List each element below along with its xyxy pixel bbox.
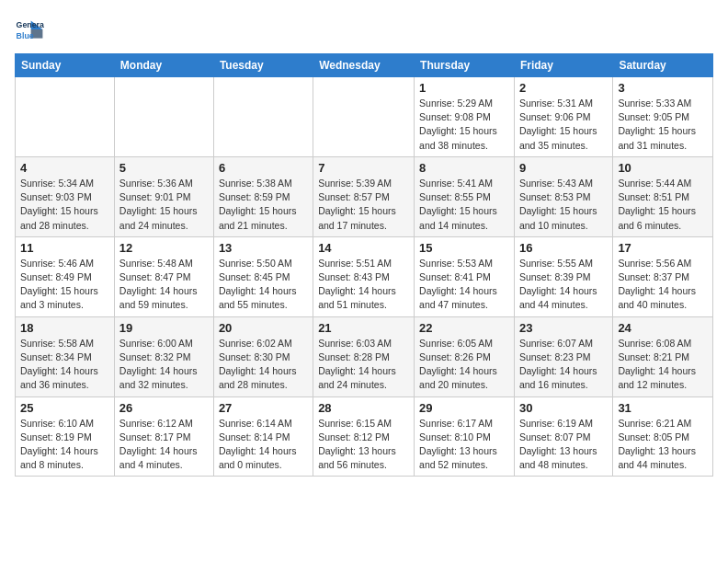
calendar-cell: 9Sunrise: 5:43 AM Sunset: 8:53 PM Daylig… bbox=[514, 156, 612, 236]
day-info: Sunrise: 5:31 AM Sunset: 9:06 PM Dayligh… bbox=[519, 97, 608, 153]
day-number: 21 bbox=[318, 321, 409, 335]
day-info: Sunrise: 5:36 AM Sunset: 9:01 PM Dayligh… bbox=[119, 177, 209, 233]
day-info: Sunrise: 5:29 AM Sunset: 9:08 PM Dayligh… bbox=[419, 97, 509, 153]
day-info: Sunrise: 5:39 AM Sunset: 8:57 PM Dayligh… bbox=[318, 177, 409, 233]
header-row: SundayMondayTuesdayWednesdayThursdayFrid… bbox=[16, 54, 713, 77]
calendar: SundayMondayTuesdayWednesdayThursdayFrid… bbox=[15, 53, 713, 477]
day-number: 27 bbox=[219, 401, 308, 415]
calendar-cell: 4Sunrise: 5:34 AM Sunset: 9:03 PM Daylig… bbox=[16, 156, 115, 236]
calendar-week: 25Sunrise: 6:10 AM Sunset: 8:19 PM Dayli… bbox=[16, 396, 713, 477]
calendar-cell bbox=[213, 77, 313, 157]
day-info: Sunrise: 6:12 AM Sunset: 8:17 PM Dayligh… bbox=[119, 417, 209, 473]
calendar-cell: 21Sunrise: 6:03 AM Sunset: 8:28 PM Dayli… bbox=[313, 316, 415, 396]
day-info: Sunrise: 6:00 AM Sunset: 8:32 PM Dayligh… bbox=[119, 337, 209, 393]
calendar-cell bbox=[114, 77, 213, 157]
day-info: Sunrise: 5:51 AM Sunset: 8:43 PM Dayligh… bbox=[318, 257, 409, 313]
day-info: Sunrise: 5:38 AM Sunset: 8:59 PM Dayligh… bbox=[219, 177, 308, 233]
header-day: Tuesday bbox=[213, 54, 313, 77]
day-number: 24 bbox=[618, 321, 708, 335]
day-number: 15 bbox=[419, 241, 509, 255]
day-info: Sunrise: 6:14 AM Sunset: 8:14 PM Dayligh… bbox=[219, 417, 308, 473]
day-info: Sunrise: 6:03 AM Sunset: 8:28 PM Dayligh… bbox=[318, 337, 409, 393]
day-number: 4 bbox=[20, 161, 109, 175]
day-info: Sunrise: 5:34 AM Sunset: 9:03 PM Dayligh… bbox=[20, 177, 109, 233]
day-info: Sunrise: 6:02 AM Sunset: 8:30 PM Dayligh… bbox=[219, 337, 308, 393]
calendar-cell: 17Sunrise: 5:56 AM Sunset: 8:37 PM Dayli… bbox=[613, 236, 713, 316]
calendar-cell: 6Sunrise: 5:38 AM Sunset: 8:59 PM Daylig… bbox=[213, 156, 313, 236]
calendar-cell: 20Sunrise: 6:02 AM Sunset: 8:30 PM Dayli… bbox=[213, 316, 313, 396]
calendar-week: 1Sunrise: 5:29 AM Sunset: 9:08 PM Daylig… bbox=[16, 77, 713, 157]
calendar-cell: 5Sunrise: 5:36 AM Sunset: 9:01 PM Daylig… bbox=[114, 156, 213, 236]
day-info: Sunrise: 5:48 AM Sunset: 8:47 PM Dayligh… bbox=[119, 257, 209, 313]
day-info: Sunrise: 5:56 AM Sunset: 8:37 PM Dayligh… bbox=[618, 257, 708, 313]
day-number: 22 bbox=[419, 321, 509, 335]
calendar-cell: 3Sunrise: 5:33 AM Sunset: 9:05 PM Daylig… bbox=[613, 77, 713, 157]
day-info: Sunrise: 6:05 AM Sunset: 8:26 PM Dayligh… bbox=[419, 337, 509, 393]
calendar-cell: 30Sunrise: 6:19 AM Sunset: 8:07 PM Dayli… bbox=[514, 396, 612, 477]
day-number: 16 bbox=[519, 241, 608, 255]
calendar-cell: 13Sunrise: 5:50 AM Sunset: 8:45 PM Dayli… bbox=[213, 236, 313, 316]
calendar-cell: 23Sunrise: 6:07 AM Sunset: 8:23 PM Dayli… bbox=[514, 316, 612, 396]
logo: General Blue bbox=[15, 15, 44, 44]
header-day: Sunday bbox=[16, 54, 115, 77]
header-day: Saturday bbox=[613, 54, 713, 77]
day-info: Sunrise: 5:50 AM Sunset: 8:45 PM Dayligh… bbox=[219, 257, 308, 313]
calendar-cell: 12Sunrise: 5:48 AM Sunset: 8:47 PM Dayli… bbox=[114, 236, 213, 316]
day-number: 3 bbox=[618, 81, 708, 95]
calendar-cell: 11Sunrise: 5:46 AM Sunset: 8:49 PM Dayli… bbox=[16, 236, 115, 316]
calendar-cell: 27Sunrise: 6:14 AM Sunset: 8:14 PM Dayli… bbox=[213, 396, 313, 477]
day-info: Sunrise: 5:46 AM Sunset: 8:49 PM Dayligh… bbox=[20, 257, 109, 313]
day-number: 30 bbox=[519, 401, 608, 415]
calendar-cell: 1Sunrise: 5:29 AM Sunset: 9:08 PM Daylig… bbox=[415, 77, 515, 157]
day-number: 18 bbox=[20, 321, 109, 335]
day-number: 26 bbox=[119, 401, 209, 415]
day-info: Sunrise: 5:58 AM Sunset: 8:34 PM Dayligh… bbox=[20, 337, 109, 393]
day-info: Sunrise: 6:21 AM Sunset: 8:05 PM Dayligh… bbox=[618, 417, 708, 473]
day-number: 7 bbox=[318, 161, 409, 175]
day-info: Sunrise: 6:07 AM Sunset: 8:23 PM Dayligh… bbox=[519, 337, 608, 393]
day-number: 23 bbox=[519, 321, 608, 335]
day-info: Sunrise: 6:19 AM Sunset: 8:07 PM Dayligh… bbox=[519, 417, 608, 473]
day-number: 13 bbox=[219, 241, 308, 255]
calendar-cell: 7Sunrise: 5:39 AM Sunset: 8:57 PM Daylig… bbox=[313, 156, 415, 236]
day-number: 20 bbox=[219, 321, 308, 335]
calendar-cell: 14Sunrise: 5:51 AM Sunset: 8:43 PM Dayli… bbox=[313, 236, 415, 316]
day-info: Sunrise: 6:10 AM Sunset: 8:19 PM Dayligh… bbox=[20, 417, 109, 473]
day-info: Sunrise: 5:33 AM Sunset: 9:05 PM Dayligh… bbox=[618, 97, 708, 153]
calendar-cell: 29Sunrise: 6:17 AM Sunset: 8:10 PM Dayli… bbox=[415, 396, 515, 477]
day-number: 5 bbox=[119, 161, 209, 175]
day-number: 17 bbox=[618, 241, 708, 255]
header-day: Friday bbox=[514, 54, 612, 77]
day-number: 19 bbox=[119, 321, 209, 335]
svg-text:Blue: Blue bbox=[17, 31, 34, 40]
page-header: General Blue bbox=[15, 15, 713, 44]
calendar-cell: 26Sunrise: 6:12 AM Sunset: 8:17 PM Dayli… bbox=[114, 396, 213, 477]
day-number: 31 bbox=[618, 401, 708, 415]
calendar-header: SundayMondayTuesdayWednesdayThursdayFrid… bbox=[16, 54, 713, 77]
calendar-cell: 25Sunrise: 6:10 AM Sunset: 8:19 PM Dayli… bbox=[16, 396, 115, 477]
calendar-cell: 18Sunrise: 5:58 AM Sunset: 8:34 PM Dayli… bbox=[16, 316, 115, 396]
calendar-cell: 10Sunrise: 5:44 AM Sunset: 8:51 PM Dayli… bbox=[613, 156, 713, 236]
day-number: 8 bbox=[419, 161, 509, 175]
day-info: Sunrise: 5:55 AM Sunset: 8:39 PM Dayligh… bbox=[519, 257, 608, 313]
calendar-cell: 31Sunrise: 6:21 AM Sunset: 8:05 PM Dayli… bbox=[613, 396, 713, 477]
logo-icon: General Blue bbox=[15, 15, 44, 44]
day-info: Sunrise: 6:15 AM Sunset: 8:12 PM Dayligh… bbox=[318, 417, 409, 473]
day-info: Sunrise: 5:41 AM Sunset: 8:55 PM Dayligh… bbox=[419, 177, 509, 233]
calendar-week: 11Sunrise: 5:46 AM Sunset: 8:49 PM Dayli… bbox=[16, 236, 713, 316]
day-info: Sunrise: 5:43 AM Sunset: 8:53 PM Dayligh… bbox=[519, 177, 608, 233]
calendar-cell: 24Sunrise: 6:08 AM Sunset: 8:21 PM Dayli… bbox=[613, 316, 713, 396]
day-number: 29 bbox=[419, 401, 509, 415]
header-day: Monday bbox=[114, 54, 213, 77]
day-number: 9 bbox=[519, 161, 608, 175]
day-number: 10 bbox=[618, 161, 708, 175]
calendar-cell: 22Sunrise: 6:05 AM Sunset: 8:26 PM Dayli… bbox=[415, 316, 515, 396]
calendar-week: 4Sunrise: 5:34 AM Sunset: 9:03 PM Daylig… bbox=[16, 156, 713, 236]
svg-text:General: General bbox=[17, 20, 44, 29]
header-day: Wednesday bbox=[313, 54, 415, 77]
day-number: 1 bbox=[419, 81, 509, 95]
day-info: Sunrise: 6:17 AM Sunset: 8:10 PM Dayligh… bbox=[419, 417, 509, 473]
header-day: Thursday bbox=[415, 54, 515, 77]
day-number: 14 bbox=[318, 241, 409, 255]
day-number: 25 bbox=[20, 401, 109, 415]
